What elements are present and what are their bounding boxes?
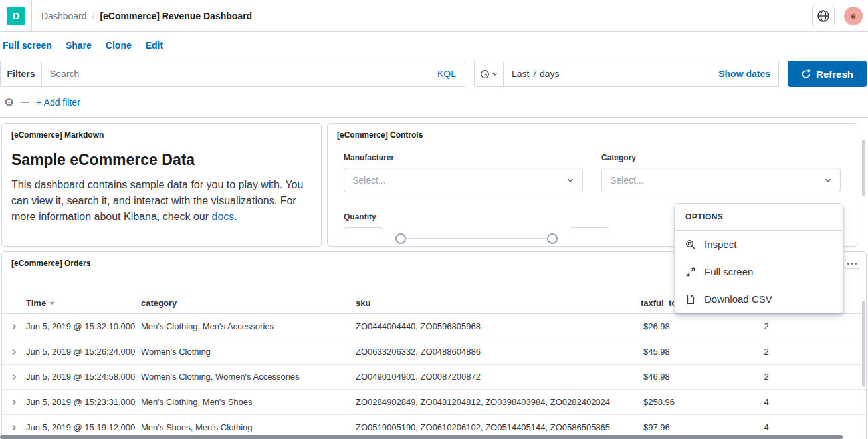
quantity-min-input[interactable] xyxy=(344,227,383,247)
time-range-display[interactable]: Last 7 days xyxy=(504,69,560,79)
quantity-label: Quantity xyxy=(344,212,609,221)
space-avatar[interactable]: D xyxy=(7,7,25,25)
search-input[interactable] xyxy=(42,61,429,86)
section-divider xyxy=(0,117,868,118)
expand-row-button[interactable] xyxy=(2,424,26,432)
breadcrumb: Dashboard / [eCommerce] Revenue Dashboar… xyxy=(41,11,252,21)
column-header-time[interactable]: Time xyxy=(26,298,141,308)
search-group: Filters KQL xyxy=(0,61,465,87)
table-row: Jun 5, 2019 @ 15:23:31.000 Men's Clothin… xyxy=(2,390,866,415)
vertical-scrollbar-thumb[interactable] xyxy=(862,140,865,196)
cell-sku: ZO0490104901, ZO0087200872 xyxy=(356,372,641,382)
globe-icon xyxy=(817,9,830,23)
orders-table: Time category sku taxful_to Jun 5, 2019 … xyxy=(2,293,866,439)
column-header-sku[interactable]: sku xyxy=(356,298,641,308)
menu-item-full-screen[interactable]: Full screen xyxy=(675,258,843,285)
markdown-panel: [eCommerce] Markdown Sample eCommerce Da… xyxy=(1,123,322,247)
add-filter-button[interactable]: + Add filter xyxy=(36,97,80,108)
manufacturer-select[interactable]: Select... xyxy=(344,168,583,192)
category-label: Category xyxy=(601,153,841,162)
table-row: Jun 5, 2019 @ 15:32:10.000 Men's Clothin… xyxy=(2,314,866,339)
document-icon xyxy=(685,294,696,305)
fullscreen-icon xyxy=(685,267,696,277)
docs-link[interactable]: docs xyxy=(212,211,235,222)
cell-quantity: 4 xyxy=(736,422,796,432)
show-dates-button[interactable]: Show dates xyxy=(718,69,778,79)
refresh-button[interactable]: Refresh xyxy=(788,61,867,87)
cell-time: Jun 5, 2019 @ 15:23:31.000 xyxy=(26,397,141,407)
menu-item-label: Full screen xyxy=(705,266,753,277)
cell-taxful-total: $97.96 xyxy=(641,422,736,432)
slider-handle-max[interactable] xyxy=(547,233,558,244)
expand-row-button[interactable] xyxy=(2,398,26,406)
cell-time: Jun 5, 2019 @ 15:24:58.000 xyxy=(26,372,141,382)
filter-bar: ⚙ + Add filter xyxy=(0,94,80,111)
category-select[interactable]: Select... xyxy=(601,168,841,192)
slider-handle-min[interactable] xyxy=(395,233,406,244)
cell-taxful-total: $258.96 xyxy=(641,397,736,407)
filters-button[interactable]: Filters xyxy=(1,61,42,86)
quantity-control: Quantity 0 4 xyxy=(344,212,609,247)
table-row: Jun 5, 2019 @ 15:24:58.000 Women's Cloth… xyxy=(2,365,866,390)
chevron-down-icon xyxy=(566,176,574,184)
vertical-scrollbar-thumb[interactable] xyxy=(862,301,865,387)
cell-category: Women's Clothing xyxy=(141,347,356,357)
ellipsis-icon xyxy=(851,263,853,265)
cell-sku: ZO0284902849, ZO0481204812, ZO0398403984… xyxy=(356,397,641,407)
table-row: Jun 5, 2019 @ 15:26:24.000 Women's Cloth… xyxy=(2,339,866,365)
menu-item-inspect[interactable]: Inspect xyxy=(675,231,843,258)
sort-down-icon xyxy=(49,301,55,305)
breadcrumb-separator: / xyxy=(92,11,95,21)
menu-item-label: Download CSV xyxy=(705,293,772,305)
expand-row-button[interactable] xyxy=(2,323,26,331)
cell-time: Jun 5, 2019 @ 15:32:10.000 xyxy=(26,321,141,331)
user-avatar[interactable]: e xyxy=(844,7,863,25)
chevron-down-icon xyxy=(492,71,498,77)
markdown-text: This dashboard contains sample data for … xyxy=(11,179,303,222)
date-picker: Last 7 days Show dates xyxy=(474,61,779,87)
cell-sku: ZO0633206332, ZO0488604886 xyxy=(356,347,641,357)
chevron-down-icon xyxy=(824,176,832,184)
ellipsis-icon xyxy=(855,263,857,265)
quick-select-button[interactable] xyxy=(475,61,504,86)
column-header-category[interactable]: category xyxy=(141,298,356,308)
expand-row-button[interactable] xyxy=(2,348,26,356)
dashboard-toolbar: Full screen Share Clone Edit xyxy=(0,32,868,59)
markdown-text-end: . xyxy=(234,211,237,222)
clone-link[interactable]: Clone xyxy=(106,40,132,51)
breadcrumb-dashboard-link[interactable]: Dashboard xyxy=(41,11,87,21)
cell-time: Jun 5, 2019 @ 15:19:12.000 xyxy=(26,422,141,432)
top-header: D Dashboard / [eCommerce] Revenue Dashbo… xyxy=(0,0,868,32)
time-header-label: Time xyxy=(26,298,46,308)
markdown-panel-title: [eCommerce] Markdown xyxy=(2,124,321,140)
expand-row-button[interactable] xyxy=(2,373,26,381)
full-screen-link[interactable]: Full screen xyxy=(3,40,52,51)
cell-time: Jun 5, 2019 @ 15:26:24.000 xyxy=(26,347,141,357)
horizontal-scrollbar-thumb[interactable] xyxy=(0,435,843,439)
cell-quantity: 2 xyxy=(736,372,796,382)
quantity-slider[interactable]: 0 4 xyxy=(395,227,558,247)
options-menu-title: OPTIONS xyxy=(675,204,843,231)
cell-quantity: 2 xyxy=(736,321,796,331)
header-divider xyxy=(31,0,32,31)
clock-icon xyxy=(480,69,490,79)
menu-item-download-csv[interactable]: Download CSV xyxy=(675,285,843,313)
quantity-max-input[interactable] xyxy=(570,227,609,247)
edit-link[interactable]: Edit xyxy=(146,40,163,51)
panel-options-button[interactable] xyxy=(845,259,859,269)
cell-category: Men's Clothing, Men's Shoes xyxy=(141,397,356,407)
markdown-heading: Sample eCommerce Data xyxy=(11,151,312,169)
deployment-button[interactable] xyxy=(812,5,835,27)
kql-button[interactable]: KQL xyxy=(429,69,465,79)
share-link[interactable]: Share xyxy=(66,40,92,51)
filter-separator xyxy=(21,102,29,103)
cell-category: Men's Clothing, Men's Accessories xyxy=(141,321,356,331)
cell-sku: ZO0444004440, ZO0596805968 xyxy=(356,321,641,331)
cell-category: Women's Clothing, Women's Accessories xyxy=(141,372,356,382)
category-placeholder: Select... xyxy=(610,175,824,186)
page-title: [eCommerce] Revenue Dashboard xyxy=(100,11,252,21)
inspect-icon xyxy=(685,239,696,250)
gear-icon[interactable]: ⚙ xyxy=(4,97,14,108)
controls-panel-title: [eCommerce] Controls xyxy=(328,124,857,140)
cell-taxful-total: $46.98 xyxy=(641,372,736,382)
